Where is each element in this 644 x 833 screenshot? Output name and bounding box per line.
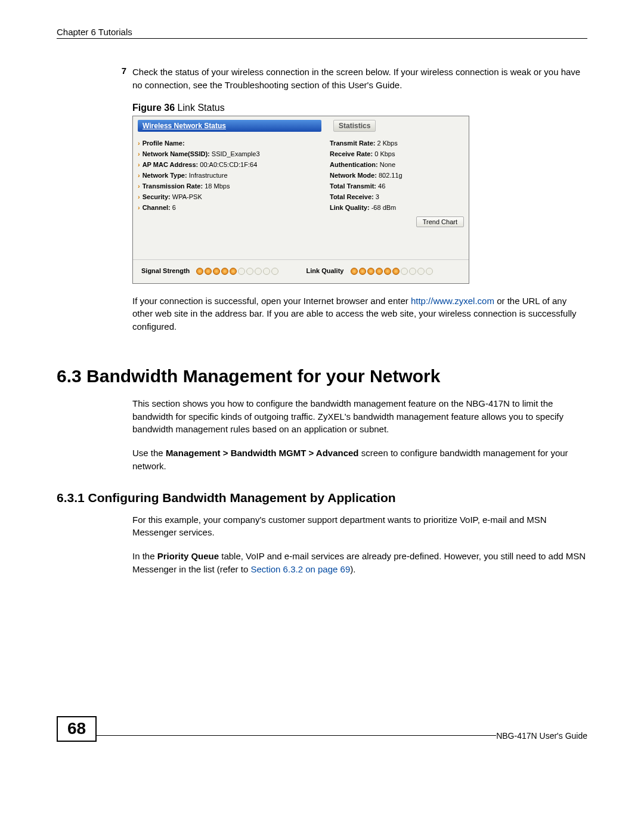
meter-dot	[246, 268, 253, 275]
post-figure-paragraph: If your connection is successful, open y…	[132, 295, 587, 333]
sp2a: Use the	[132, 448, 166, 458]
kv-key: Link Quality:	[330, 204, 370, 211]
kv-value: Infrastructure	[187, 172, 228, 179]
kv-key: Channel:	[143, 204, 171, 211]
meter-dot	[401, 268, 408, 275]
kv-row: ›Profile Name:	[138, 138, 321, 148]
meter-dot	[417, 268, 425, 275]
bullet-icon: ›	[138, 150, 140, 157]
link-quality-meter	[351, 268, 433, 275]
figure-caption: Figure 36 Link Status	[132, 103, 587, 113]
bullet-icon: ›	[138, 161, 140, 168]
meter-dot	[359, 268, 366, 275]
kv-row: Network Mode: 802.11g	[330, 170, 464, 181]
kv-key: Network Type:	[143, 172, 187, 179]
kv-value: -68 dBm	[370, 204, 397, 211]
kv-key: Total Transmit:	[330, 182, 376, 190]
kv-row: Link Quality: -68 dBm	[330, 202, 464, 213]
meter-dot	[255, 268, 262, 275]
meter-dot	[409, 268, 416, 275]
figure-label-rest: Link Status	[175, 103, 225, 113]
kv-key: Security:	[143, 193, 171, 200]
kv-value: 00:A0:C5:CD:1F:64	[198, 161, 257, 168]
kv-value: 46	[376, 182, 385, 190]
kv-value: WPA-PSK	[171, 193, 202, 200]
kv-value: SSID_Example3	[210, 150, 260, 157]
signal-strength-meter	[196, 268, 278, 275]
trend-chart-button[interactable]: Trend Chart	[416, 216, 464, 227]
meter-dot	[221, 268, 228, 275]
kv-key: Network Name(SSID):	[143, 150, 210, 157]
subsection-para1: For this example, your company's custome…	[132, 513, 587, 540]
wireless-status-panel-title: Wireless Network Status	[138, 120, 321, 132]
kv-value: 6	[171, 204, 176, 211]
link-status-figure: Wireless Network Status ›Profile Name: ›…	[132, 116, 469, 284]
kv-value: 3	[374, 193, 379, 200]
kv-row: ›Network Type: Infrastructure	[138, 170, 321, 181]
kv-value: 802.11g	[377, 172, 402, 179]
kv-value: 2 Kbps	[375, 140, 397, 147]
kv-key: Profile Name:	[143, 140, 185, 147]
kv-key: Authentication:	[330, 161, 378, 168]
subsection-para2: In the Priority Queue table, VoIP and e-…	[132, 550, 587, 576]
kv-value: 0 Kbps	[373, 150, 395, 157]
kv-row: ›Transmission Rate: 18 Mbps	[138, 181, 321, 191]
kv-row: Total Transmit: 46	[330, 181, 464, 191]
signal-strength-label: Signal Strength	[141, 267, 190, 274]
link-quality-label: Link Quality	[306, 267, 343, 274]
meter-dot	[238, 268, 245, 275]
zyxel-link[interactable]: http://www.zyxel.com	[411, 296, 494, 306]
kv-row: Authentication: None	[330, 159, 464, 170]
kv-key: Total Receive:	[330, 193, 374, 200]
kv-row: ›AP MAC Address: 00:A0:C5:CD:1F:64	[138, 159, 321, 170]
statistics-panel-title: Statistics	[333, 120, 376, 132]
ssp2d: ).	[350, 564, 355, 574]
kv-row: ›Channel: 6	[138, 202, 321, 213]
kv-row: ›Security: WPA-PSK	[138, 191, 321, 202]
section-6-3-1-heading: 6.3.1 Configuring Bandwidth Management b…	[57, 491, 587, 505]
meter-dot	[196, 268, 203, 275]
kv-key: Receive Rate:	[330, 150, 373, 157]
kv-row: Transmit Rate: 2 Kbps	[330, 138, 464, 148]
kv-row: Receive Rate: 0 Kbps	[330, 148, 464, 159]
figure-label-bold: Figure 36	[132, 103, 175, 113]
step-number: 7	[107, 66, 132, 92]
bullet-icon: ›	[138, 172, 140, 179]
priority-queue-bold: Priority Queue	[157, 551, 219, 561]
meter-dot	[367, 268, 374, 275]
page-number: 68	[57, 716, 97, 742]
kv-key: Transmission Rate:	[143, 182, 203, 190]
kv-key: Network Mode:	[330, 172, 377, 179]
section-6-3-2-link[interactable]: Section 6.3.2 on page 69	[250, 564, 350, 574]
meter-dot	[376, 268, 383, 275]
meter-dot	[271, 268, 278, 275]
kv-key: Transmit Rate:	[330, 140, 375, 147]
meter-dot	[426, 268, 433, 275]
chapter-header: Chapter 6 Tutorials	[57, 27, 587, 39]
pf-t1: If your connection is successful, open y…	[132, 296, 411, 306]
meter-dot	[392, 268, 400, 275]
kv-row: Total Receive: 3	[330, 191, 464, 202]
bullet-icon: ›	[138, 182, 140, 190]
kv-key: AP MAC Address:	[143, 161, 199, 168]
meter-dot	[263, 268, 270, 275]
footer-rule	[97, 735, 496, 736]
meter-dot	[384, 268, 391, 275]
bullet-icon: ›	[138, 204, 140, 211]
meter-dot	[230, 268, 237, 275]
nav-path-bold: Management > Bandwidth MGMT > Advanced	[166, 448, 359, 458]
meter-dot	[351, 268, 358, 275]
section-para2: Use the Management > Bandwidth MGMT > Ad…	[132, 447, 587, 473]
kv-value: None	[378, 161, 395, 168]
section-para1: This section shows you how to configure …	[132, 397, 587, 436]
kv-row: ›Network Name(SSID): SSID_Example3	[138, 148, 321, 159]
kv-value: 18 Mbps	[203, 182, 230, 190]
ssp2a: In the	[132, 551, 157, 561]
meter-dot	[213, 268, 220, 275]
bullet-icon: ›	[138, 193, 140, 200]
meter-dot	[205, 268, 212, 275]
section-6-3-heading: 6.3 Bandwidth Management for your Networ…	[57, 366, 587, 386]
bullet-icon: ›	[138, 140, 140, 147]
step-text: Check the status of your wireless connec…	[132, 66, 587, 92]
footer-guide-name: NBG-417N User's Guide	[496, 731, 587, 741]
